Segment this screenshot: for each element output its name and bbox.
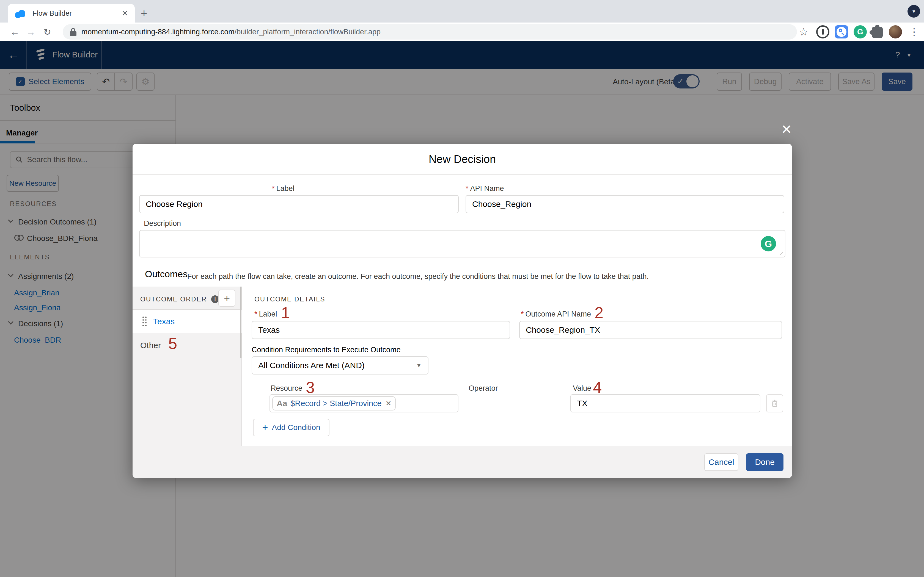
modal-close-icon[interactable]: ✕ xyxy=(781,123,792,136)
outcomes-heading: Outcomes xyxy=(145,269,187,279)
api-name-input[interactable] xyxy=(465,195,784,213)
delete-condition-button[interactable] xyxy=(766,394,783,413)
drag-handle-icon[interactable] xyxy=(142,316,147,326)
info-icon[interactable]: i xyxy=(211,295,219,303)
condition-requirements-label: Condition Requirements to Execute Outcom… xyxy=(252,346,401,354)
modal-header: New Decision xyxy=(132,144,792,175)
grammarly-extension-icon[interactable]: G xyxy=(854,25,867,39)
browser-url-row: ← → ↻ momentum-computing-884.lightning.f… xyxy=(0,23,924,41)
condition-value-input[interactable] xyxy=(570,394,760,413)
url-path: /builder_platform_interaction/flowBuilde… xyxy=(234,28,381,36)
outcome-item-label[interactable]: Texas xyxy=(153,317,174,326)
outcome-details-header: OUTCOME DETAILS xyxy=(254,295,325,303)
dropdown-arrow-icon: ▼ xyxy=(416,362,422,369)
annotation-5: 5 xyxy=(168,335,177,351)
url-text[interactable]: momentum-computing-884.lightning.force.c… xyxy=(81,28,381,36)
resource-label: Resource xyxy=(271,384,302,393)
browser-profile-button[interactable]: ▾ xyxy=(908,5,920,18)
resource-combobox[interactable]: Aa $Record > State/Province ✕ xyxy=(270,394,459,413)
operator-label: Operator xyxy=(468,384,498,393)
add-outcome-button[interactable]: + xyxy=(218,290,236,307)
trash-icon xyxy=(771,399,778,408)
pill-remove-icon[interactable]: ✕ xyxy=(386,399,392,408)
outcome-api-field-label: *Outcome API Name xyxy=(521,310,591,318)
annotation-3: 3 xyxy=(306,379,315,395)
lock-icon xyxy=(70,28,76,36)
cancel-button[interactable]: Cancel xyxy=(704,453,738,471)
search-extension-icon[interactable] xyxy=(835,25,848,39)
annotation-1: 1 xyxy=(281,305,290,321)
browser-tab[interactable]: Flow Builder ✕ xyxy=(8,4,135,23)
browser-menu-icon[interactable]: ⋮ xyxy=(907,25,921,39)
outcome-label-input[interactable] xyxy=(252,321,510,339)
resource-pill[interactable]: Aa $Record > State/Province ✕ xyxy=(272,396,396,411)
reload-button[interactable]: ↻ xyxy=(40,25,55,39)
browser-tab-strip: Flow Builder ✕ + ▾ xyxy=(0,0,924,23)
done-button[interactable]: Done xyxy=(746,453,783,471)
resize-handle-icon[interactable] xyxy=(778,250,783,255)
add-condition-button[interactable]: + Add Condition xyxy=(253,419,330,436)
new-tab-button[interactable]: + xyxy=(141,7,147,19)
outcome-order-panel: OUTCOME ORDER i + Texas Other xyxy=(132,287,242,446)
outcomes-description: For each path the flow can take, create … xyxy=(187,272,682,281)
grammarly-badge-icon[interactable]: G xyxy=(761,236,776,251)
new-decision-modal: New Decision *Label *API Name Descriptio… xyxy=(132,144,792,478)
url-domain: momentum-computing-884.lightning.force.c… xyxy=(81,28,234,36)
resource-pill-label[interactable]: $Record > State/Province xyxy=(291,399,381,408)
outcome-order-header: OUTCOME ORDER xyxy=(140,295,207,303)
outcome-item-texas[interactable]: Texas xyxy=(132,309,242,333)
plus-icon: + xyxy=(262,422,268,433)
url-bar[interactable]: momentum-computing-884.lightning.force.c… xyxy=(63,24,797,40)
panel-scrollbar[interactable] xyxy=(240,287,241,358)
salesforce-favicon-icon xyxy=(14,9,26,17)
tab-title: Flow Builder xyxy=(32,9,122,18)
annotation-4: 4 xyxy=(593,379,602,395)
extensions-puzzle-icon[interactable] xyxy=(872,25,883,38)
bookmark-star-icon[interactable]: ☆ xyxy=(796,25,811,39)
modal-footer: Cancel Done xyxy=(132,446,792,478)
outcome-item-label[interactable]: Other xyxy=(140,341,161,350)
label-input[interactable] xyxy=(139,195,459,213)
back-button[interactable]: ← xyxy=(8,25,22,39)
condition-requirements-select[interactable]: All Conditions Are Met (AND) ▼ xyxy=(252,356,428,374)
value-label: Value xyxy=(573,384,591,393)
text-type-icon: Aa xyxy=(277,399,287,408)
description-label: Description xyxy=(144,219,181,228)
label-field-label: *Label xyxy=(272,184,294,193)
screen: Flow Builder ✕ + ▾ ← → ↻ momentum-comput… xyxy=(0,0,924,577)
password-extension-icon[interactable] xyxy=(816,25,829,39)
modal-title: New Decision xyxy=(429,153,496,165)
tab-close-icon[interactable]: ✕ xyxy=(122,9,128,18)
outcome-api-input[interactable] xyxy=(519,321,782,339)
api-name-field-label: *API Name xyxy=(465,184,504,193)
forward-button: → xyxy=(24,25,38,39)
outcome-item-other[interactable]: Other xyxy=(132,334,242,357)
user-avatar[interactable] xyxy=(889,25,902,39)
annotation-2: 2 xyxy=(594,305,603,321)
outcome-label-field-label: *Label xyxy=(254,310,277,318)
description-textarea[interactable]: G xyxy=(139,230,785,258)
